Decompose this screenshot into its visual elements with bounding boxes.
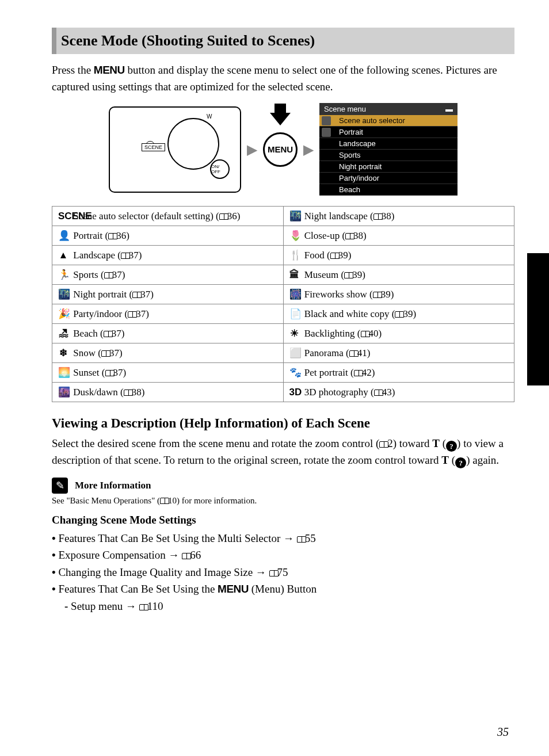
scene-icon: 🎉: [58, 308, 68, 320]
list-item: Changing the Image Quality and Image Siz…: [52, 564, 514, 581]
scene-menu-item: Sports: [319, 150, 458, 161]
note-header: ✎ More Information: [52, 478, 514, 494]
book-icon: [349, 350, 359, 357]
page-ref: 66: [190, 549, 201, 561]
scene-name: Snow: [73, 348, 96, 358]
scene-table-cell: 3D 3D photography (43): [283, 383, 514, 402]
book-icon: [139, 604, 148, 610]
scene-icon: 👤: [58, 230, 68, 242]
zoom-w-label: W: [207, 113, 212, 120]
scene-table-cell: 🌆 Dusk/dawn (38): [52, 383, 284, 402]
scene-icon: ▲: [58, 250, 68, 261]
page-ref: 41: [357, 348, 367, 358]
scene-name: Party/indoor: [73, 308, 122, 319]
scene-table-cell: 🐾 Pet portrait (42): [283, 363, 514, 383]
subsubsection-title: Changing Scene Mode Settings: [52, 514, 514, 526]
scene-icon: 🐾: [289, 366, 300, 379]
book-icon: [344, 272, 353, 278]
scene-icon: 📄: [289, 308, 300, 320]
page-ref: 38: [353, 230, 363, 241]
book-icon: [160, 498, 169, 504]
help-description-paragraph: Select the desired scene from the scene …: [52, 436, 514, 468]
book-icon: [108, 233, 117, 239]
help-icon: ?: [446, 441, 457, 452]
scene-icon: 🌃: [58, 288, 68, 300]
intro-text-before: Press the: [52, 64, 94, 76]
scene-table-cell: 🎉 Party/indoor (37): [52, 304, 284, 324]
book-icon: [373, 213, 383, 220]
book-icon: [379, 441, 388, 448]
list-subitem: Setup menu → 110: [64, 598, 514, 614]
book-icon: [101, 350, 110, 357]
page-ref: 42: [362, 367, 372, 378]
scene-icon: 🌃: [289, 210, 300, 222]
page-ref: 37: [129, 250, 139, 261]
scene-name: Night portrait: [73, 289, 127, 300]
note-title: More Information: [75, 480, 151, 491]
page-ref: 37: [113, 367, 123, 378]
scene-table-cell: 🏃 Sports (37): [52, 265, 284, 285]
book-icon: [345, 233, 354, 239]
list-item: Features That Can Be Set Using the Multi…: [52, 530, 514, 547]
book-icon: [354, 370, 363, 376]
section-title: Scene Mode (Shooting Suited to Scenes): [61, 32, 510, 49]
scene-menu-item-label: Landscape: [339, 139, 376, 148]
scene-modes-table: SCENE Scene auto selector (default setti…: [52, 206, 514, 402]
scene-table-cell: ▲ Landscape (37): [52, 246, 284, 265]
side-indicator-icon: [322, 116, 331, 125]
help-icon: ?: [455, 457, 466, 468]
menu-keyword: MENU: [94, 64, 125, 76]
scene-table-cell: 🏖 Beach (37): [52, 324, 284, 343]
scene-menu-item: Party/indoor: [319, 173, 458, 184]
scene-name: Food: [304, 250, 325, 261]
scene-icon: 🏃: [58, 269, 68, 281]
book-icon: [297, 536, 306, 543]
settings-list: Features That Can Be Set Using the Multi…: [52, 530, 514, 614]
figure-row: W SCENE ON/ OFF ▶ MENU ▶ Scene menu▬ Sce…: [52, 103, 514, 196]
side-section-label: Shooting Features: [533, 293, 542, 352]
book-icon: [182, 553, 191, 559]
scene-menu-item-label: Portrait: [339, 128, 363, 136]
scene-table-cell: SCENE Scene auto selector (default setti…: [52, 207, 284, 226]
scene-table-cell: 👤 Portrait (36): [52, 226, 284, 246]
book-icon: [121, 253, 130, 259]
book-icon: [330, 253, 340, 259]
book-icon: [374, 390, 383, 396]
scene-name: Black and white copy: [304, 308, 390, 319]
scene-table-cell: ☀ Backlighting (40): [283, 324, 514, 343]
page-ref: 39: [381, 289, 391, 300]
scene-table-cell: 🌅 Sunset (37): [52, 363, 284, 383]
intro-paragraph: Press the MENU button and display the sc…: [52, 62, 514, 95]
scene-icon: SCENE: [58, 211, 68, 222]
page-number: 35: [497, 726, 509, 739]
down-arrow-icon: [270, 104, 291, 125]
page-ref: 110: [147, 600, 163, 612]
scene-menu-screenshot: Scene menu▬ Scene auto selectorPortraitL…: [319, 103, 458, 196]
book-icon: [124, 390, 133, 396]
scene-tag: SCENE: [142, 143, 165, 151]
page-ref: 38: [132, 387, 142, 398]
scene-name: Panorama: [304, 348, 344, 358]
scene-menu-item-label: Party/indoor: [339, 174, 379, 182]
scene-name: Beach: [73, 328, 97, 339]
book-icon: [373, 292, 382, 298]
page-ref: 38: [382, 211, 391, 222]
page-ref: 55: [305, 532, 316, 544]
page-ref: 43: [382, 387, 392, 398]
page-ref: 37: [136, 308, 146, 319]
page-ref: 37: [112, 328, 121, 339]
scene-menu-item-label: Sports: [339, 151, 361, 159]
page-ref: 40: [369, 328, 379, 339]
page-ref: 39: [403, 308, 413, 319]
scene-table-cell: 🌃 Night portrait (37): [52, 285, 284, 304]
book-icon: [104, 331, 113, 337]
scene-icon: 🍴: [289, 249, 300, 261]
scene-name: Pet portrait: [304, 367, 348, 378]
scene-table-cell: 🌃 Night landscape (38): [283, 207, 514, 226]
scene-name: Close-up: [304, 230, 340, 241]
scene-name: Portrait: [73, 230, 102, 241]
page-ref: 39: [338, 250, 348, 261]
scene-table-cell: 🏛 Museum (39): [283, 265, 514, 285]
page-ref: 37: [140, 289, 150, 300]
scene-menu-item: Night portrait: [319, 161, 458, 173]
